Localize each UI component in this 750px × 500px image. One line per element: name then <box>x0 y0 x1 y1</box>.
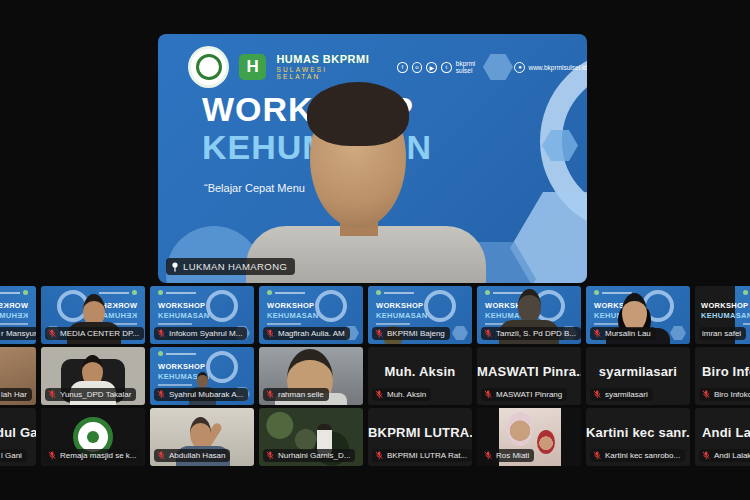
participant-name-text: BKPRMI LUTRA Rat... <box>387 451 467 460</box>
meeting-window: H HUMAS BKPRMI SULAWESI SELATAN f o ▶ t … <box>0 0 750 500</box>
participant-name-label: Biro Infokom BKP... <box>699 388 750 401</box>
participant-tile[interactable]: WORKSHOP KEHUMASAN Biro Infokom Biro Inf… <box>695 347 750 405</box>
muted-mic-icon <box>157 329 165 338</box>
participant-tile[interactable]: WORKSHOP KEHUMASAN syarmilasari syarmila… <box>586 347 690 405</box>
participant-tile[interactable]: WORKSHOP KEHUMASAN imran safei <box>695 286 750 344</box>
participant-row-2: WORKSHOP KEHUMASAN lah Har WORKSHOP KEHU… <box>0 347 750 405</box>
pin-icon <box>171 262 179 272</box>
muted-mic-icon <box>593 329 601 338</box>
participant-display-name: dul Gani <box>0 425 36 440</box>
participant-tile[interactable]: WORKSHOP KEHUMASAN BKPRMI LUTRA... BKPRM… <box>368 408 472 466</box>
participant-name-label: Muh. Aksin <box>372 388 431 401</box>
website-url: www.bkprmisulsel.id <box>528 64 587 71</box>
participant-tile[interactable]: WORKSHOP KEHUMASAN r Mansyur, L... <box>0 286 36 344</box>
social-media-row: f o ▶ t bkprmi sulsel <box>397 60 493 74</box>
hexagon-decoration <box>510 192 587 283</box>
participant-name-label: imran safei <box>699 327 746 340</box>
participant-tile[interactable]: WORKSHOP KEHUMASAN Infokom Syahrul M... <box>150 286 254 344</box>
participant-display-name: MASWATI Pinra... <box>477 364 581 379</box>
participant-tile[interactable]: WORKSHOP KEHUMASAN BKPRMI Bajeng <box>368 286 472 344</box>
participant-name-label: MEDIA CENTER DP... <box>45 327 144 340</box>
participant-tile[interactable]: WORKSHOP KEHUMASAN Mursalin Lau <box>586 286 690 344</box>
participant-tile[interactable]: WORKSHOP KEHUMASAN Kartini kec sanr... K… <box>586 408 690 466</box>
participant-tile[interactable]: WORKSHOP KEHUMASAN lah Har <box>0 347 36 405</box>
mini-subtitle-bar <box>267 323 301 325</box>
participant-display-name: Andi Lalak_B... <box>702 425 750 440</box>
participant-name-text: Kartini kec sanrobo... <box>605 451 680 460</box>
speaker-head <box>310 88 406 228</box>
participant-tile[interactable]: WORKSHOP KEHUMASAN Syahrul Mubarak A... <box>150 347 254 405</box>
participant-tile[interactable]: WORKSHOP KEHUMASAN dul Gani l Gani <box>0 408 36 466</box>
participant-tile[interactable]: WORKSHOP KEHUMASAN rahman selle <box>259 347 363 405</box>
participant-tile[interactable]: WORKSHOP KEHUMASAN MASWATI Pinra... MASW… <box>477 347 581 405</box>
participant-name-label: Mursalin Lau <box>590 327 656 340</box>
participant-tile[interactable]: WORKSHOP KEHUMASAN Remaja masjid se k... <box>41 408 145 466</box>
mini-title-line2: KEHUMASAN <box>0 311 28 320</box>
globe-icon: ● <box>514 62 525 73</box>
participant-name-text: l Gani <box>1 451 22 460</box>
participant-tile[interactable]: WORKSHOP KEHUMASAN MEDIA CENTER DP... <box>41 286 145 344</box>
muted-mic-icon <box>48 329 56 338</box>
participant-tile[interactable]: WORKSHOP KEHUMASAN Magfirah Aulia. AM <box>259 286 363 344</box>
mini-header-bar <box>0 292 20 294</box>
participant-name-label: syarmilasari <box>590 388 653 401</box>
bkprmi-emblem-logo <box>188 46 229 88</box>
mini-title-line1: WORKSHOP <box>0 301 28 310</box>
muted-mic-icon <box>593 390 601 399</box>
participant-row-3: WORKSHOP KEHUMASAN dul Gani l Gani WORKS… <box>0 408 750 466</box>
participant-tile[interactable]: WORKSHOP KEHUMASAN Tamzil, S. Pd DPD B..… <box>477 286 581 344</box>
participant-name-text: imran safei <box>702 329 741 338</box>
main-speaker-name: LUKMAN HAMARONG <box>183 261 287 272</box>
participant-name-text: r Mansyur, L... <box>1 329 36 338</box>
participant-name-text: Abdullah Hasan <box>169 451 225 460</box>
mini-logo-dot <box>23 290 28 295</box>
participant-name-label: Yunus_DPD Takalar <box>45 388 136 401</box>
mini-title-line1: WORKSHOP <box>267 301 314 310</box>
facebook-icon: f <box>397 62 408 73</box>
mini-ring-decoration <box>206 290 238 322</box>
mini-header-bar <box>166 292 196 294</box>
youtube-icon: ▶ <box>426 62 437 73</box>
slide-subtitle: “Belajar Cepat Menu <box>204 182 305 194</box>
participant-name-text: BKPRMI Bajeng <box>387 329 445 338</box>
participant-tile[interactable]: WORKSHOP KEHUMASAN Andi Lalak_B... Andi … <box>695 408 750 466</box>
muted-mic-icon <box>593 451 601 460</box>
participant-tile[interactable]: WORKSHOP KEHUMASAN Muh. Aksin Muh. Aksin <box>368 347 472 405</box>
muted-mic-icon <box>375 390 383 399</box>
participant-name-label: Andi Lalak_BKPR... <box>699 449 750 462</box>
participant-name-label: Abdullah Hasan <box>154 449 230 462</box>
muted-mic-icon <box>157 451 165 460</box>
participant-tile[interactable]: WORKSHOP KEHUMASAN Yunus_DPD Takalar <box>41 347 145 405</box>
participant-name-text: Biro Infokom BKP... <box>714 390 750 399</box>
org-name: HUMAS BKPRMI SULAWESI SELATAN <box>276 54 373 80</box>
muted-mic-icon <box>48 390 56 399</box>
participant-name-text: Mursalin Lau <box>605 329 651 338</box>
muted-mic-icon <box>157 390 165 399</box>
muted-mic-icon <box>702 451 710 460</box>
participant-display-name: Kartini kec sanr... <box>586 425 690 440</box>
participant-tile[interactable]: WORKSHOP KEHUMASAN Ros Miati <box>477 408 581 466</box>
mini-subtitle-bar <box>0 323 28 325</box>
participant-name-label: rahman selle <box>263 388 329 401</box>
participant-name-text: rahman selle <box>278 390 324 399</box>
mini-title-line2: KEHUMASAN <box>267 311 318 320</box>
participant-name-label: Tamzil, S. Pd DPD B... <box>481 327 581 340</box>
social-handle: bkprmi sulsel <box>456 60 493 74</box>
muted-mic-icon <box>375 451 383 460</box>
muted-mic-icon <box>375 329 383 338</box>
main-speaker-name-label: LUKMAN HAMARONG <box>166 258 295 275</box>
participant-name-text: Nurhaini Garnis_D... <box>278 451 350 460</box>
participant-name-text: MASWATI Pinrang <box>496 390 562 399</box>
participant-name-label: BKPRMI LUTRA Rat... <box>372 449 472 462</box>
participant-name-text: Andi Lalak_BKPR... <box>714 451 750 460</box>
participant-name-text: Muh. Aksin <box>387 390 426 399</box>
participant-name-label: Nurhaini Garnis_D... <box>263 449 355 462</box>
muted-mic-icon <box>266 390 274 399</box>
participant-tile[interactable]: WORKSHOP KEHUMASAN Nurhaini Garnis_D... <box>259 408 363 466</box>
main-speaker-tile[interactable]: H HUMAS BKPRMI SULAWESI SELATAN f o ▶ t … <box>158 34 587 283</box>
mini-logo-dot <box>267 290 272 295</box>
participant-name-label: MASWATI Pinrang <box>481 388 567 401</box>
org-name-line2: SULAWESI SELATAN <box>276 67 373 80</box>
muted-mic-icon <box>702 390 710 399</box>
participant-tile[interactable]: WORKSHOP KEHUMASAN Abdullah Hasan <box>150 408 254 466</box>
